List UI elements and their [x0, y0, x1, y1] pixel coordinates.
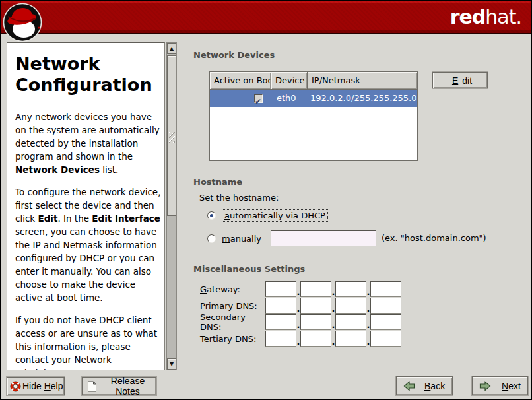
redhat-wordmark: redhat.	[450, 6, 521, 28]
wordmark-dot: .	[515, 5, 521, 28]
hostname-example-hint: (ex. "host.domain.com")	[382, 233, 486, 243]
next-button[interactable]: Next	[472, 376, 528, 395]
secondary-dns-octet-4[interactable]	[370, 314, 401, 330]
back-button[interactable]: Back	[396, 376, 453, 395]
manual-hostname-option: manually (ex. "host.domain.com")	[207, 230, 524, 247]
secondary-dns-octet-1[interactable]	[265, 314, 296, 330]
title-banner: redhat.	[1, 1, 531, 34]
hostname-input[interactable]	[271, 230, 376, 246]
help-scrollbar[interactable]: ▲ ▼	[166, 42, 177, 370]
primary-dns-label: Primary DNS:	[200, 301, 265, 311]
tertiary-dns-octet-2[interactable]	[300, 331, 331, 347]
column-header-ip-netmask[interactable]: IP/Netmask	[308, 72, 417, 90]
auto-label-mnemonic: a	[224, 211, 230, 220]
release-notes-label: Release Notes	[100, 376, 156, 397]
secondary-dns-row: Secondary DNS: . . .	[200, 314, 401, 330]
scroll-down-arrow-icon[interactable]: ▼	[167, 358, 176, 370]
primary-dns-octet-4[interactable]	[370, 298, 401, 314]
gateway-row: Gateway: . . .	[200, 281, 401, 297]
back-label: Back	[424, 381, 445, 391]
back-arrow-icon	[403, 381, 415, 391]
edit-label-post: dit	[462, 75, 472, 86]
tertiary-dns-label: Tertiary DNS:	[200, 334, 265, 344]
help-p1-bold: Network Devices	[15, 164, 100, 175]
help-panel: Network Configuration Any network device…	[7, 42, 165, 370]
table-header-row: Active on Boot Device IP/Netmask	[210, 72, 417, 90]
tertiary-dns-octet-3[interactable]	[335, 331, 366, 347]
scroll-up-arrow-icon[interactable]: ▲	[167, 43, 176, 54]
help-p2-bold-edit: Edit	[38, 213, 57, 224]
network-devices-table: Active on Boot Device IP/Netmask ✔ eth0 …	[209, 71, 418, 161]
scrollbar-thumb[interactable]	[167, 55, 176, 216]
release-notes-button[interactable]: Release Notes	[82, 377, 156, 395]
hide-help-label: Hide Help	[22, 381, 63, 391]
gateway-octets: . . .	[265, 281, 401, 297]
help-title: Network Configuration	[15, 53, 150, 96]
auto-dhcp-option: automatically via DHCP	[207, 208, 328, 222]
tertiary-dns-octet-4[interactable]	[370, 331, 401, 347]
radio-manually[interactable]	[207, 234, 216, 243]
radio-auto-dhcp[interactable]	[207, 211, 216, 220]
life-preserver-icon	[10, 381, 21, 392]
help-paragraph-2: To configure the network device, first s…	[15, 185, 162, 304]
secondary-dns-octet-3[interactable]	[335, 314, 366, 330]
primary-dns-octet-2[interactable]	[300, 298, 331, 314]
active-on-boot-cell: ✔	[210, 90, 271, 107]
wordmark-rest: hat	[485, 5, 515, 28]
checkmark-icon: ✔	[255, 93, 261, 110]
edit-label-mnemonic: E	[452, 75, 458, 86]
primary-dns-octet-1[interactable]	[265, 298, 296, 314]
hide-help-button[interactable]: Hide Help	[7, 377, 65, 395]
edit-button[interactable]: Edit	[432, 72, 488, 88]
gateway-label: Gateway:	[200, 284, 265, 294]
gateway-octet-3[interactable]	[335, 281, 366, 297]
active-on-boot-checkbox[interactable]: ✔	[254, 94, 263, 103]
manually-label[interactable]: manually	[222, 234, 261, 244]
gateway-octet-2[interactable]	[300, 281, 331, 297]
secondary-dns-label: Secondary DNS:	[200, 312, 265, 332]
table-row[interactable]: ✔ eth0 192.0.2.0/255.255.255.0	[210, 90, 417, 107]
wordmark-bold: red	[450, 5, 486, 28]
scrollbar-grip	[169, 132, 175, 143]
secondary-dns-octet-2[interactable]	[300, 314, 331, 330]
redhat-shadowman-logo-icon	[3, 3, 42, 42]
installer-window: redhat. Network Configuration Any networ…	[0, 0, 532, 400]
help-paragraph-3: If you do not have DHCP client access or…	[15, 314, 162, 370]
document-icon	[86, 381, 98, 392]
next-label: Next	[502, 381, 521, 391]
column-header-device[interactable]: Device	[271, 72, 308, 90]
manual-label-mnemonic: m	[222, 234, 230, 244]
network-devices-section-label: Network Devices	[193, 50, 275, 60]
gateway-octet-1[interactable]	[265, 281, 296, 297]
hostname-section-label: Hostname	[193, 177, 242, 187]
device-cell: eth0	[271, 90, 308, 107]
manual-label-post: anually	[230, 234, 261, 244]
primary-dns-octet-3[interactable]	[335, 298, 366, 314]
help-paragraph-1: Any network devices you have on the syst…	[15, 110, 162, 176]
primary-dns-octets: . . .	[265, 298, 401, 314]
help-p1-text: Any network devices you have on the syst…	[15, 112, 160, 162]
tertiary-dns-octets: . . .	[265, 331, 401, 347]
help-p2-text-end: screen, you can choose to have the IP an…	[15, 226, 157, 303]
help-p2-text-mid: . In the	[57, 213, 92, 224]
auto-label-post: utomatically via DHCP	[230, 211, 325, 220]
primary-dns-row: Primary DNS: . . .	[200, 298, 401, 314]
secondary-dns-octets: . . .	[265, 314, 401, 330]
ip-netmask-cell: 192.0.2.0/255.255.255.0	[308, 90, 417, 107]
column-header-active-on-boot[interactable]: Active on Boot	[210, 72, 271, 90]
help-p1-text-end: list.	[100, 164, 118, 175]
help-p2-bold-edit-interface: Edit Interface	[92, 213, 160, 224]
next-arrow-icon	[479, 381, 491, 391]
auto-dhcp-label[interactable]: automatically via DHCP	[222, 209, 328, 222]
gateway-octet-4[interactable]	[370, 281, 401, 297]
tertiary-dns-octet-1[interactable]	[265, 331, 296, 347]
misc-settings-section-label: Miscellaneous Settings	[193, 264, 305, 274]
set-hostname-prompt: Set the hostname:	[199, 193, 279, 203]
tertiary-dns-row: Tertiary DNS: . . .	[200, 331, 401, 347]
